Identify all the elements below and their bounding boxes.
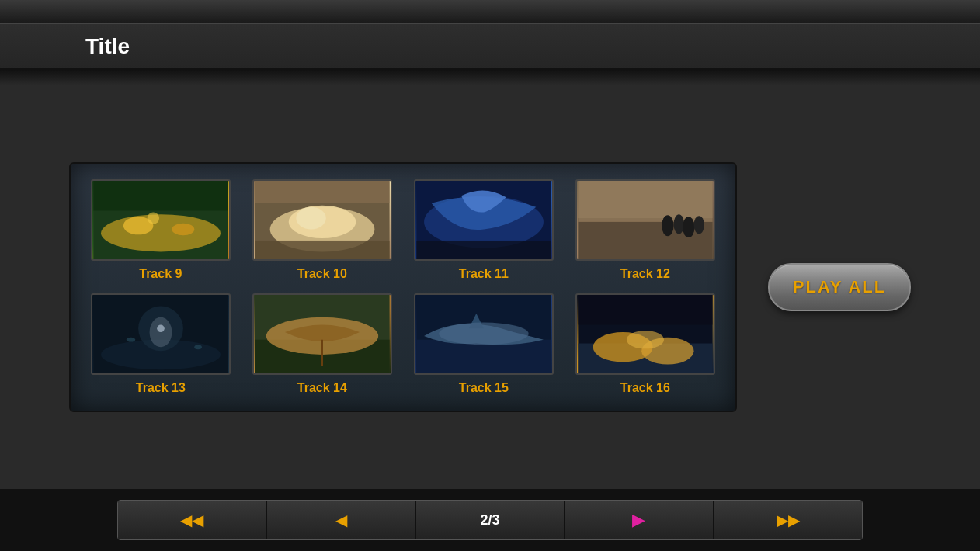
track-item-9[interactable]: Track 9 (86, 179, 235, 281)
nav-prev-button[interactable]: ◀ (267, 501, 416, 539)
svg-rect-5 (93, 181, 228, 210)
track-item-16[interactable]: Track 16 (571, 293, 720, 395)
svg-point-19 (673, 214, 683, 234)
svg-point-20 (683, 217, 694, 237)
track-label-16: Track 16 (620, 381, 670, 395)
track-item-15[interactable]: Track 15 (409, 293, 558, 395)
app-title: Title (85, 34, 130, 59)
svg-point-25 (149, 317, 172, 347)
content-row: Track 9 Track 10 (0, 162, 980, 412)
track-thumbnail-14[interactable] (252, 293, 392, 375)
track-thumbnail-16[interactable] (575, 293, 715, 375)
nav-rewind-button[interactable]: ◀◀ (118, 501, 267, 539)
prev-icon: ◀ (335, 511, 347, 529)
top-bar (0, 0, 980, 23)
track-item-10[interactable]: Track 10 (248, 179, 397, 281)
track-grid: Track 9 Track 10 (86, 179, 720, 395)
track-item-11[interactable]: Track 11 (409, 179, 558, 281)
track-item-14[interactable]: Track 14 (248, 293, 397, 395)
svg-rect-10 (255, 241, 389, 259)
svg-point-9 (296, 207, 325, 230)
page-label: 2/3 (480, 512, 499, 528)
track-label-10: Track 10 (297, 267, 347, 281)
svg-point-26 (157, 324, 165, 332)
svg-point-3 (148, 212, 159, 224)
track-thumbnail-15[interactable] (414, 293, 554, 375)
bottom-bar: ◀◀ ◀ 2/3 ▶ ▶▶ (0, 489, 980, 551)
play-all-area: PLAY ALL (752, 263, 911, 311)
play-all-button[interactable]: PLAY ALL (768, 263, 911, 311)
nav-play-button[interactable]: ▶ (565, 501, 714, 539)
nav-page-indicator: 2/3 (416, 501, 565, 539)
track-label-11: Track 11 (459, 267, 509, 281)
svg-point-18 (662, 215, 673, 236)
track-item-12[interactable]: Track 12 (571, 179, 720, 281)
track-label-13: Track 13 (136, 381, 186, 395)
svg-point-28 (194, 345, 202, 349)
svg-point-4 (172, 224, 194, 235)
svg-rect-11 (255, 181, 389, 203)
track-thumbnail-11[interactable] (414, 179, 554, 261)
track-label-14: Track 14 (297, 381, 347, 395)
svg-rect-41 (578, 295, 712, 324)
svg-point-27 (127, 338, 136, 342)
svg-rect-14 (416, 241, 551, 259)
svg-rect-17 (578, 181, 712, 222)
track-thumbnail-10[interactable] (252, 179, 392, 261)
svg-point-21 (693, 216, 704, 234)
track-label-9: Track 9 (139, 267, 182, 281)
play-all-label: PLAY ALL (793, 277, 886, 296)
nav-controls: ◀◀ ◀ 2/3 ▶ ▶▶ (117, 500, 863, 540)
nav-next-button[interactable]: ▶▶ (714, 501, 862, 539)
rewind-icon: ◀◀ (180, 511, 203, 529)
title-bar: Title (0, 23, 980, 70)
next-icon: ▶▶ (777, 511, 800, 529)
main-content: Track 9 Track 10 (0, 85, 980, 489)
track-thumbnail-9[interactable] (91, 179, 231, 261)
svg-point-40 (627, 331, 664, 348)
svg-point-1 (101, 214, 221, 251)
track-thumbnail-12[interactable] (575, 179, 715, 261)
track-grid-container: Track 9 Track 10 (69, 162, 737, 412)
track-thumbnail-13[interactable] (91, 293, 231, 375)
svg-point-35 (439, 323, 528, 345)
play-icon: ▶ (632, 510, 645, 530)
track-item-13[interactable]: Track 13 (86, 293, 235, 395)
separator (0, 70, 980, 85)
track-label-12: Track 12 (620, 267, 670, 281)
track-label-15: Track 15 (459, 381, 509, 395)
